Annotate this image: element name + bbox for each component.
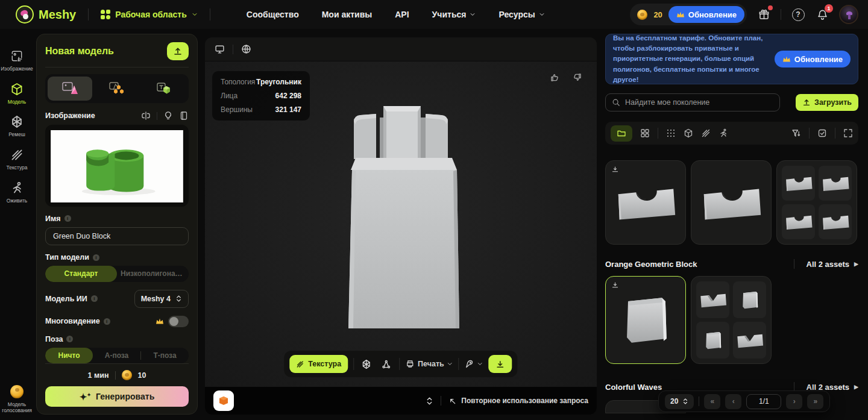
notifications-button[interactable]: 1 (815, 7, 829, 22)
filter-sort-icon[interactable] (791, 128, 801, 138)
brand[interactable]: Meshy (16, 5, 76, 24)
guide-book-icon[interactable] (179, 111, 189, 121)
gift-button[interactable] (756, 7, 771, 22)
asset-card[interactable] (691, 160, 772, 245)
text-to-3d-icon (155, 81, 173, 96)
prompt-reference-thumb[interactable] (213, 390, 234, 411)
nav-resources[interactable]: Ресурсы (498, 10, 544, 19)
folder-view-button[interactable] (611, 125, 632, 142)
search-input[interactable] (625, 98, 773, 107)
collapse-updown-icon[interactable] (426, 396, 433, 406)
lightbulb-icon[interactable] (163, 111, 173, 121)
nav-community[interactable]: Сообщество (247, 10, 299, 19)
caret-right-icon: ▶ (854, 384, 858, 390)
credits-count: 20 (653, 10, 662, 19)
runner-icon (10, 181, 24, 195)
type-standard[interactable]: Стандарт (45, 266, 117, 281)
next-page-button[interactable]: › (786, 394, 802, 409)
image-preview[interactable] (45, 125, 189, 207)
prev-page-button[interactable]: ‹ (725, 394, 741, 409)
banner-text: Вы на бесплатном тарифе. Обновите план, … (613, 34, 769, 85)
rail-item-animate[interactable]: Оживить (0, 181, 34, 204)
expand-icon[interactable] (843, 128, 853, 138)
wireframe-globe-icon[interactable] (241, 44, 251, 54)
pen-icon (465, 359, 474, 369)
tab-text-to-3d[interactable] (142, 77, 186, 101)
monitor-icon[interactable] (215, 44, 225, 54)
reuse-prompt-button[interactable]: Повторное использование запроса (448, 396, 588, 405)
banner-upgrade-button[interactable]: Обновление (775, 51, 851, 67)
rail-item-model[interactable]: Модель (0, 83, 34, 105)
divider (399, 358, 400, 370)
download-model-button[interactable] (489, 355, 512, 373)
filter-texture-icon[interactable] (701, 128, 711, 138)
type-lowpoly[interactable]: Низкополигональ... (117, 266, 189, 281)
sculpt-button[interactable] (465, 359, 483, 369)
upload-image-button[interactable] (167, 42, 189, 60)
thumb-down-icon[interactable] (572, 72, 582, 83)
grid-view-icon[interactable] (640, 128, 650, 138)
filter-animate-icon[interactable] (719, 128, 728, 138)
print-button[interactable]: Печать (405, 359, 453, 369)
gift-notification-dot (768, 5, 773, 10)
name-input[interactable] (45, 227, 189, 245)
asset-card-multiview[interactable] (776, 160, 857, 245)
nav-learn[interactable]: Учиться (432, 10, 476, 19)
viewport-3d: ТопологияТреугольник Лица642 298 Вершины… (205, 37, 597, 415)
pose-a[interactable]: А-поза (93, 348, 140, 363)
crown-icon (782, 55, 791, 63)
select-mode-icon[interactable] (817, 128, 827, 138)
search-icon (612, 98, 620, 107)
updown-icon (682, 398, 688, 405)
asset-card-multiview[interactable] (691, 276, 772, 364)
multiview-toggle[interactable] (168, 316, 189, 327)
filter-model-icon[interactable] (684, 128, 693, 138)
upgrade-button[interactable]: Обновление (668, 6, 744, 23)
last-page-button[interactable]: » (807, 394, 823, 409)
arrow-up-left-icon (448, 397, 456, 405)
rail-item-model-voting[interactable]: Модель голосования (0, 385, 34, 414)
updown-icon (175, 295, 182, 302)
nav-api[interactable]: API (395, 10, 409, 19)
pose-none[interactable]: Ничто (45, 348, 93, 363)
asset-card-selected[interactable] (605, 276, 686, 364)
nav-my-assets[interactable]: Мои активы (322, 10, 373, 19)
multi-image-to-3d-icon (108, 81, 126, 96)
viewport-canvas[interactable]: ТопологияТреугольник Лица642 298 Вершины… (205, 61, 597, 387)
rail-item-remesh[interactable]: Ремеш (0, 115, 34, 138)
asset-thumbnail (734, 327, 766, 354)
chevron-down-icon (539, 11, 545, 17)
pose-t[interactable]: Т-поза (141, 348, 189, 363)
stat-faces: Лица642 298 (221, 92, 301, 100)
help-button[interactable]: ? (791, 7, 805, 22)
avatar[interactable] (839, 5, 858, 24)
thumb-up-icon[interactable] (550, 72, 560, 83)
prompt-bar: Повторное использование запроса (205, 387, 597, 415)
asset-thumbnail (734, 287, 766, 313)
upload-asset-button[interactable]: Загрузить (796, 94, 858, 111)
generate-button[interactable]: ✦✦ Генерировать (45, 386, 189, 407)
bell-badge: 1 (825, 4, 833, 13)
stat-topology: ТопологияТреугольник (221, 78, 301, 86)
pagination-bar: 20 « ‹ 1/1 › » (658, 390, 830, 412)
tab-multi-image-to-3d[interactable] (95, 77, 139, 101)
credits-pill: 20 Обновление (630, 4, 747, 25)
generate-footer: 1 мин 10 ✦✦ Генерировать (45, 363, 189, 407)
page-size-select[interactable]: 20 (665, 394, 694, 409)
remesh-button[interactable] (359, 357, 374, 371)
texture-hatch-icon (10, 148, 24, 161)
coin-icon (10, 385, 24, 398)
tab-image-to-3d[interactable] (48, 77, 92, 101)
workspace-menu[interactable]: Рабочая область (101, 10, 198, 19)
rail-item-image[interactable]: Изображение (0, 49, 34, 72)
ai-model-select[interactable]: Meshy 4 (134, 290, 189, 308)
rig-button[interactable] (379, 357, 394, 371)
first-page-button[interactable]: « (704, 394, 720, 409)
all-assets-icon[interactable] (666, 128, 676, 138)
texture-button[interactable]: Текстура (289, 355, 348, 373)
image-to-3d-icon (61, 81, 79, 96)
rail-item-texture[interactable]: Текстура (0, 148, 34, 171)
section-all-assets-link[interactable]: All 2 assets ▶ (794, 259, 858, 269)
compare-icon[interactable] (141, 111, 151, 121)
asset-card[interactable] (605, 160, 686, 245)
